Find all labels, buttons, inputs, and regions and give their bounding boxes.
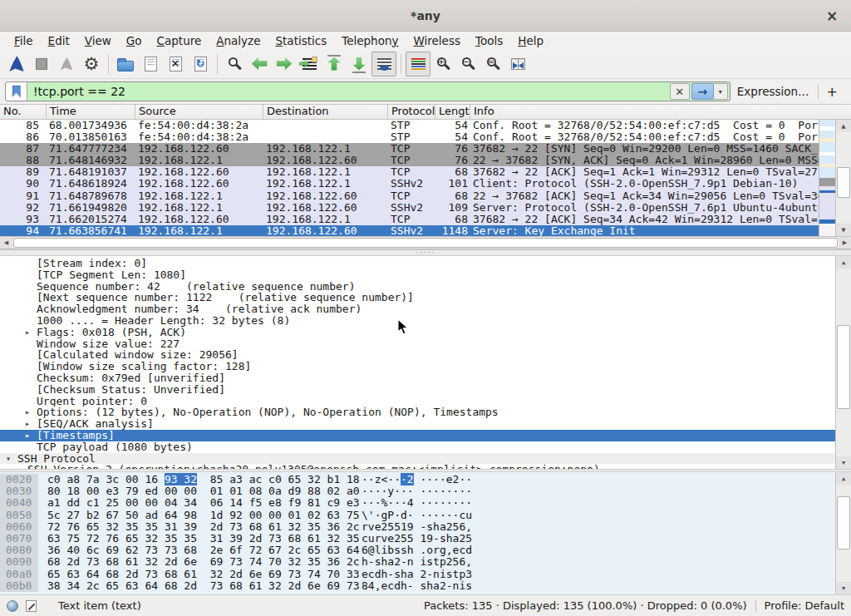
- hex-row[interactable]: 00a065 63 64 68 2d 73 68 61 32 2d 6e 69 …: [0, 569, 851, 580]
- hex-row[interactable]: 0040a1 dd c1 25 00 00 04 34 06 14 f5 e8 …: [0, 497, 851, 509]
- hex-row[interactable]: 006072 76 65 32 35 35 31 39 2d 73 68 61 …: [0, 521, 851, 533]
- zoom-out-button[interactable]: −: [455, 52, 480, 76]
- menu-item[interactable]: Statistics: [268, 34, 334, 47]
- detail-line[interactable]: ▸[SEQ/ACK analysis]: [0, 418, 835, 430]
- expand-arrow-icon[interactable]: ▸: [25, 327, 37, 338]
- find-packet-button[interactable]: [222, 52, 247, 76]
- scroll-up-arrow[interactable]: ▲: [836, 256, 851, 269]
- expand-arrow-icon[interactable]: [25, 361, 37, 372]
- packet-row[interactable]: 93 71.662015274 192.168.122.60 192.168.1…: [0, 214, 819, 225]
- scroll-up-arrow[interactable]: ▲: [836, 472, 851, 485]
- column-header[interactable]: Length: [435, 105, 470, 119]
- detail-line[interactable]: ▸SSH Version 2 (encryption:chacha20-poly…: [0, 464, 835, 469]
- go-last-packet-button[interactable]: [347, 52, 371, 76]
- packet-list-horizontal-scrollbar[interactable]: ◀ ▶: [0, 236, 851, 249]
- expand-arrow-icon[interactable]: [25, 315, 37, 327]
- packet-list-vertical-scrollbar[interactable]: ▲ ▼: [835, 120, 851, 236]
- go-first-packet-button[interactable]: [322, 52, 347, 76]
- go-back-button[interactable]: [247, 52, 272, 76]
- expand-arrow-icon[interactable]: [25, 269, 37, 281]
- expand-arrow-icon[interactable]: [25, 281, 37, 293]
- expand-arrow-icon[interactable]: [25, 384, 37, 396]
- intelligent-scrollbar-minimap[interactable]: [819, 120, 835, 236]
- menu-item[interactable]: Go: [119, 34, 150, 47]
- colorize-packets-button[interactable]: [406, 52, 430, 76]
- resize-columns-button[interactable]: [505, 52, 530, 76]
- packet-row[interactable]: 92 71.661949820 192.168.122.1 192.168.12…: [0, 202, 819, 214]
- scroll-down-arrow[interactable]: ▼: [836, 456, 851, 469]
- column-header[interactable]: No.: [0, 105, 47, 119]
- menu-item[interactable]: Help: [510, 34, 551, 47]
- detail-line[interactable]: TCP payload (1080 bytes): [0, 441, 835, 453]
- display-filter-input[interactable]: [27, 85, 670, 98]
- scroll-up-arrow[interactable]: ▲: [836, 120, 851, 132]
- filter-bookmark-button[interactable]: [6, 82, 27, 101]
- apply-filter-button[interactable]: →: [691, 83, 714, 100]
- capture-comment-icon[interactable]: [26, 600, 37, 612]
- scroll-right-arrow[interactable]: ▶: [839, 237, 851, 249]
- detail-line[interactable]: [Checksum Status: Unverified]: [0, 384, 835, 396]
- clear-filter-button[interactable]: ✕: [670, 83, 690, 100]
- expand-arrow-icon[interactable]: ▸: [25, 418, 37, 430]
- expand-arrow-icon[interactable]: [25, 441, 37, 453]
- menu-item[interactable]: Telephony: [334, 34, 406, 47]
- go-to-packet-button[interactable]: [297, 52, 322, 76]
- stop-capture-button[interactable]: [29, 52, 54, 76]
- detail-line[interactable]: [Next sequence number: 1122 (relative se…: [0, 292, 835, 303]
- scroll-down-arrow[interactable]: ▼: [836, 224, 851, 236]
- detail-line[interactable]: Urgent pointer: 0: [0, 396, 835, 407]
- capture-options-button[interactable]: ⚙: [79, 52, 104, 76]
- profile-status[interactable]: Profile: Default: [765, 599, 844, 612]
- detail-line[interactable]: [Stream index: 0]: [0, 258, 835, 269]
- hex-row[interactable]: 009068 2d 73 68 61 32 2d 6e 69 73 74 70 …: [0, 556, 851, 568]
- scrollbar-thumb[interactable]: [13, 238, 838, 248]
- hex-row[interactable]: 0020c0 a8 7a 3c 00 16 93 32 85 a3 ac c0 …: [0, 474, 851, 485]
- save-file-button[interactable]: [138, 52, 163, 76]
- packet-row[interactable]: 85 68.001734936 fe:54:00:d4:38:2a STP 54…: [0, 120, 819, 131]
- expand-arrow-icon[interactable]: ▸: [25, 407, 37, 418]
- auto-scroll-button[interactable]: [371, 52, 396, 76]
- expand-arrow-icon[interactable]: [25, 303, 37, 315]
- packet-row[interactable]: 88 71.648146932 192.168.122.1 192.168.12…: [0, 155, 819, 166]
- packet-row[interactable]: 94 71.663856741 192.168.122.1 192.168.12…: [0, 225, 819, 236]
- expression-button[interactable]: Expression…: [730, 85, 818, 98]
- open-file-button[interactable]: [113, 52, 138, 76]
- expand-arrow-icon[interactable]: [25, 258, 37, 269]
- hex-row[interactable]: 003080 18 00 e3 79 ed 00 00 01 01 08 0a …: [0, 485, 851, 497]
- detail-line[interactable]: Acknowledgment number: 34 (relative ack …: [0, 303, 835, 315]
- column-header[interactable]: Destination: [263, 105, 388, 119]
- close-file-button[interactable]: [163, 52, 188, 76]
- packet-row[interactable]: 91 71.648789678 192.168.122.1 192.168.12…: [0, 190, 819, 202]
- detail-line[interactable]: ▸Flags: 0x018 (PSH, ACK): [0, 327, 835, 338]
- expand-arrow-icon[interactable]: [25, 349, 37, 361]
- expand-arrow-icon[interactable]: [25, 372, 37, 384]
- menu-item[interactable]: Capture: [150, 34, 209, 47]
- hex-row[interactable]: 00b038 34 2c 65 63 64 68 2d 73 68 61 32 …: [0, 580, 851, 592]
- column-header[interactable]: Protocol: [388, 105, 435, 119]
- detail-line[interactable]: ▸Options: (12 bytes), No-Operation (NOP)…: [0, 407, 835, 418]
- expert-info-icon[interactable]: [7, 600, 18, 612]
- zoom-in-button[interactable]: +: [430, 52, 455, 76]
- column-header[interactable]: Time: [47, 105, 135, 119]
- filter-history-dropdown[interactable]: ▾: [714, 83, 728, 100]
- menu-item[interactable]: File: [7, 34, 41, 47]
- detail-line[interactable]: [Window size scaling factor: 128]: [0, 361, 835, 372]
- packet-row[interactable]: 87 71.647777234 192.168.122.60 192.168.1…: [0, 143, 819, 155]
- menu-item[interactable]: Analyze: [209, 34, 268, 47]
- expand-arrow-icon[interactable]: [25, 292, 37, 303]
- expand-arrow-icon[interactable]: [25, 338, 37, 350]
- scrollbar-thumb[interactable]: [837, 496, 850, 549]
- scrollbar-thumb[interactable]: [837, 167, 850, 198]
- expand-arrow-icon[interactable]: ▸: [25, 430, 37, 441]
- scroll-down-arrow[interactable]: ▼: [836, 582, 851, 594]
- detail-line[interactable]: ▾SSH Protocol: [0, 453, 835, 465]
- pane-splitter[interactable]: ·····: [0, 249, 851, 256]
- expand-arrow-icon[interactable]: ▾: [6, 453, 17, 465]
- go-forward-button[interactable]: [272, 52, 297, 76]
- hex-row[interactable]: 00505c 27 b2 67 50 ad 64 98 1d 92 00 00 …: [0, 510, 851, 521]
- packet-row[interactable]: 89 71.648191037 192.168.122.60 192.168.1…: [0, 166, 819, 178]
- detail-line[interactable]: [Calculated window size: 29056]: [0, 349, 835, 361]
- menu-item[interactable]: View: [77, 34, 119, 47]
- scrollbar-thumb[interactable]: [837, 325, 850, 410]
- menu-item[interactable]: Edit: [41, 34, 77, 47]
